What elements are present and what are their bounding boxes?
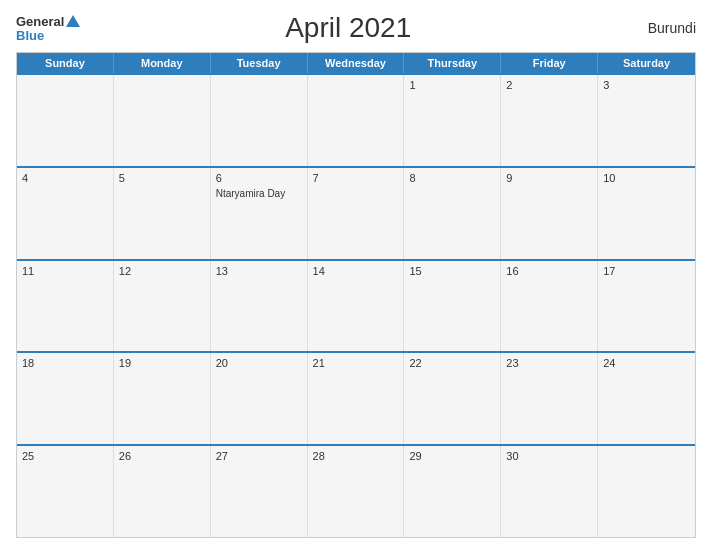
day-cell-11: 11 bbox=[17, 261, 114, 352]
header-thursday: Thursday bbox=[404, 53, 501, 73]
logo-triangle-icon bbox=[66, 15, 80, 27]
day-cell-8: 8 bbox=[404, 168, 501, 259]
day-cell-25: 25 bbox=[17, 446, 114, 537]
day-cell-14: 14 bbox=[308, 261, 405, 352]
header: General Blue April 2021 Burundi bbox=[16, 12, 696, 44]
day-cell-21: 21 bbox=[308, 353, 405, 444]
day-cell-13: 13 bbox=[211, 261, 308, 352]
day-cell-12: 12 bbox=[114, 261, 211, 352]
day-cell-27: 27 bbox=[211, 446, 308, 537]
calendar-page: General Blue April 2021 Burundi Sunday M… bbox=[0, 0, 712, 550]
day-cell-30: 30 bbox=[501, 446, 598, 537]
day-cell-4: 4 bbox=[17, 168, 114, 259]
weeks-container: 1 2 3 4 5 6 Ntaryamira Day bbox=[17, 73, 695, 537]
day-cell-18: 18 bbox=[17, 353, 114, 444]
logo: General Blue bbox=[16, 15, 80, 42]
month-title: April 2021 bbox=[80, 12, 616, 44]
header-sunday: Sunday bbox=[17, 53, 114, 73]
header-monday: Monday bbox=[114, 53, 211, 73]
day-headers-row: Sunday Monday Tuesday Wednesday Thursday… bbox=[17, 53, 695, 73]
day-cell-empty bbox=[308, 75, 405, 166]
day-cell-20: 20 bbox=[211, 353, 308, 444]
day-cell-empty bbox=[17, 75, 114, 166]
day-cell-17: 17 bbox=[598, 261, 695, 352]
header-friday: Friday bbox=[501, 53, 598, 73]
day-cell-empty bbox=[211, 75, 308, 166]
calendar-grid: Sunday Monday Tuesday Wednesday Thursday… bbox=[16, 52, 696, 538]
day-cell-26: 26 bbox=[114, 446, 211, 537]
day-cell-3: 3 bbox=[598, 75, 695, 166]
day-cell-7: 7 bbox=[308, 168, 405, 259]
logo-general-text: General bbox=[16, 15, 64, 28]
day-cell-6: 6 Ntaryamira Day bbox=[211, 168, 308, 259]
day-cell-5: 5 bbox=[114, 168, 211, 259]
day-cell-16: 16 bbox=[501, 261, 598, 352]
day-cell-22: 22 bbox=[404, 353, 501, 444]
day-cell-empty-end bbox=[598, 446, 695, 537]
day-cell-10: 10 bbox=[598, 168, 695, 259]
header-saturday: Saturday bbox=[598, 53, 695, 73]
day-cell-19: 19 bbox=[114, 353, 211, 444]
logo-blue-text: Blue bbox=[16, 29, 44, 42]
day-cell-2: 2 bbox=[501, 75, 598, 166]
week-row-3: 11 12 13 14 15 16 17 bbox=[17, 259, 695, 352]
day-cell-15: 15 bbox=[404, 261, 501, 352]
week-row-2: 4 5 6 Ntaryamira Day 7 8 9 bbox=[17, 166, 695, 259]
header-tuesday: Tuesday bbox=[211, 53, 308, 73]
day-cell-24: 24 bbox=[598, 353, 695, 444]
country-label: Burundi bbox=[616, 20, 696, 36]
week-row-5: 25 26 27 28 29 30 bbox=[17, 444, 695, 537]
day-cell-1: 1 bbox=[404, 75, 501, 166]
header-wednesday: Wednesday bbox=[308, 53, 405, 73]
day-cell-23: 23 bbox=[501, 353, 598, 444]
day-cell-9: 9 bbox=[501, 168, 598, 259]
day-cell-empty bbox=[114, 75, 211, 166]
week-row-1: 1 2 3 bbox=[17, 73, 695, 166]
day-cell-29: 29 bbox=[404, 446, 501, 537]
week-row-4: 18 19 20 21 22 23 24 bbox=[17, 351, 695, 444]
day-cell-28: 28 bbox=[308, 446, 405, 537]
